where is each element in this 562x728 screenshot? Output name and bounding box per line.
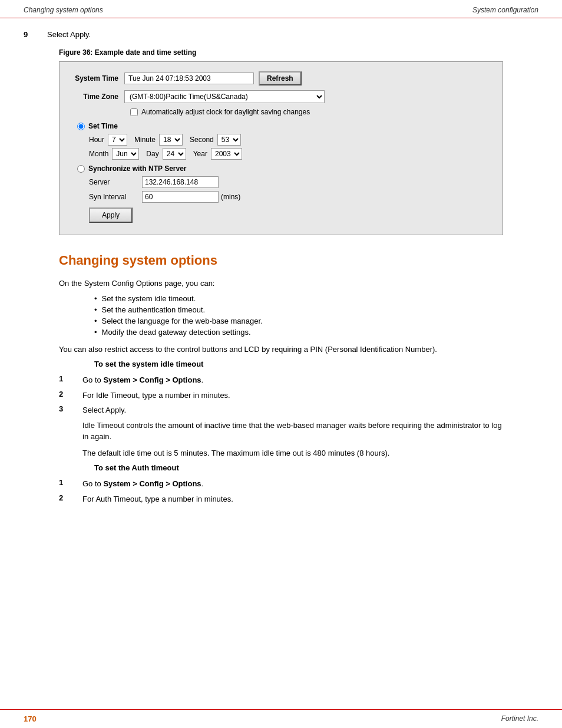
ntp-radio[interactable] [77, 165, 85, 173]
bullet-text-3: Select the language for the web-base man… [102, 317, 263, 325]
pin-text: You can also restrict access to the cont… [59, 344, 503, 355]
idle-step-2-num: 2 [59, 390, 71, 401]
second-select[interactable]: 53 [217, 134, 241, 146]
idle-step-1-content: Go to System > Config > Options. [82, 374, 203, 386]
bullet-text-4: Modify the dead gateway detection settin… [102, 328, 251, 337]
system-time-label: System Time [71, 74, 124, 83]
header-right: System configuration [472, 6, 538, 14]
year-select[interactable]: 2003 [211, 148, 242, 160]
step-9-text: Select Apply. [47, 30, 91, 39]
server-row: Server [89, 176, 491, 188]
second-label: Second [190, 136, 214, 144]
server-input[interactable] [142, 176, 219, 188]
auto-adjust-checkbox[interactable] [130, 108, 138, 116]
time-fields-row2: Month Jun Day 24 Year 2003 [89, 148, 491, 160]
idle-step-2: 2 For Idle Timeout, type a number in min… [59, 390, 503, 401]
month-label: Month [89, 150, 108, 158]
minute-select[interactable]: 18 [159, 134, 183, 146]
system-time-row: System Time Refresh [71, 71, 491, 85]
mins-label: (mins) [221, 193, 240, 201]
ntp-radio-label: Synchronize with NTP Server [88, 164, 187, 173]
auth-step-1-bold: System > Config > Options [103, 479, 201, 488]
footer-company: Fortinet Inc. [501, 714, 538, 723]
bullet-4: • Modify the dead gateway detection sett… [94, 328, 503, 337]
minute-label: Minute [134, 136, 156, 144]
day-label: Day [146, 150, 158, 158]
auth-step-1-content: Go to System > Config > Options. [82, 478, 203, 490]
set-time-radio-label: Set Time [88, 122, 118, 130]
syn-interval-row: Syn Interval (mins) [89, 191, 491, 203]
page-header: Changing system options System configura… [0, 0, 562, 18]
idle-note-1: Idle Timeout controls the amount of inac… [82, 420, 503, 443]
auth-step-1-num: 1 [59, 478, 71, 490]
apply-button[interactable]: Apply [89, 207, 133, 223]
time-fields-row1: Hour 7 Minute 18 Second 53 [89, 134, 491, 146]
set-time-fields: Hour 7 Minute 18 Second 53 Month [89, 134, 491, 160]
syn-interval-input[interactable] [142, 191, 219, 203]
auto-adjust-row: Automatically adjust clock for daylight … [130, 108, 491, 116]
set-time-radio[interactable] [77, 123, 85, 130]
step-9: 9 Select Apply. [24, 30, 538, 39]
bullet-1: • Set the system idle timeout. [94, 294, 503, 303]
idle-step-2-content: For Idle Timeout, type a number in minut… [82, 390, 230, 401]
auth-step-2: 2 For Auth Timeout, type a number in min… [59, 493, 503, 505]
auto-adjust-label: Automatically adjust clock for daylight … [141, 108, 310, 116]
intro-text: On the System Config Options page, you c… [59, 278, 503, 289]
bullet-dot-1: • [94, 294, 97, 303]
day-select[interactable]: 24 [163, 148, 186, 160]
bullet-dot-4: • [94, 328, 97, 337]
system-time-input[interactable] [124, 73, 254, 84]
idle-step-3-content: Select Apply. [82, 404, 126, 416]
time-zone-row: Time Zone (GMT-8:00)Pacific Time(US&Cana… [71, 90, 491, 103]
header-left: Changing system options [24, 6, 103, 14]
hour-label: Hour [89, 136, 104, 144]
month-select[interactable]: Jun [112, 148, 139, 160]
syn-interval-label: Syn Interval [89, 193, 142, 201]
page-footer: 170 Fortinet Inc. [0, 709, 562, 728]
idle-step-1-bold: System > Config > Options [103, 375, 201, 384]
time-zone-select[interactable]: (GMT-8:00)Pacific Time(US&Canada) [124, 90, 325, 103]
footer-page-num: 170 [24, 714, 37, 723]
ntp-radio-row: Synchronize with NTP Server [71, 164, 491, 173]
figure-label: Figure 36: Example date and time setting [59, 48, 538, 57]
idle-note-2: The default idle time out is 5 minutes. … [82, 447, 503, 459]
bullet-text-1: Set the system idle timeout. [102, 294, 196, 303]
auth-step-2-content: For Auth Timeout, type a number in minut… [82, 493, 233, 505]
idle-step-1: 1 Go to System > Config > Options. [59, 374, 503, 386]
screenshot-figure: System Time Refresh Time Zone (GMT-8:00)… [59, 61, 503, 235]
idle-step-3: 3 Select Apply. [59, 404, 503, 416]
server-label: Server [89, 178, 142, 186]
refresh-button[interactable]: Refresh [259, 71, 302, 85]
bullet-text-2: Set the authentication timeout. [102, 305, 206, 314]
idle-step-1-num: 1 [59, 374, 71, 386]
year-label: Year [193, 150, 207, 158]
auth-timeout-heading: To set the Auth timeout [94, 463, 503, 472]
bullet-list: • Set the system idle timeout. • Set the… [94, 294, 503, 337]
ntp-section: Server Syn Interval (mins) [89, 176, 491, 203]
changing-heading: Changing system options [59, 253, 503, 268]
set-time-section: Set Time Hour 7 Minute 18 Second 53 [71, 122, 491, 160]
idle-timeout-heading: To set the system idle timeout [94, 360, 503, 368]
idle-step-3-num: 3 [59, 404, 71, 416]
bullet-2: • Set the authentication timeout. [94, 305, 503, 314]
auth-step-1: 1 Go to System > Config > Options. [59, 478, 503, 490]
bullet-dot-3: • [94, 317, 97, 325]
step-9-number: 9 [24, 30, 35, 39]
bullet-dot-2: • [94, 305, 97, 314]
bullet-3: • Select the language for the web-base m… [94, 317, 503, 325]
time-zone-label: Time Zone [71, 93, 124, 101]
hour-select[interactable]: 7 [108, 134, 127, 146]
auth-step-2-num: 2 [59, 493, 71, 505]
set-time-radio-row: Set Time [71, 122, 491, 130]
